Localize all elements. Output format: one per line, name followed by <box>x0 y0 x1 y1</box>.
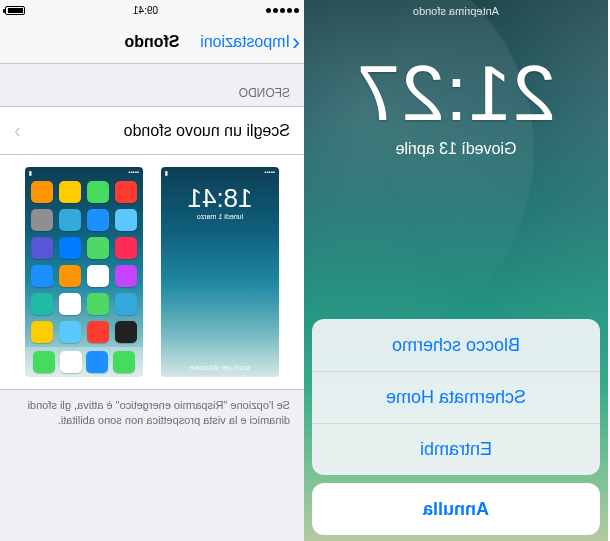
app-icon <box>115 293 137 315</box>
chevron-right-icon: › <box>14 119 21 142</box>
back-button[interactable]: ‹ Impostazioni <box>200 30 304 54</box>
dock-app-icon <box>113 351 135 373</box>
section-header: SFONDO <box>0 64 304 106</box>
app-icon <box>59 321 81 343</box>
app-icon <box>87 209 109 231</box>
app-icon <box>59 265 81 287</box>
app-icon <box>87 265 109 287</box>
app-icon <box>31 265 53 287</box>
app-icon <box>87 321 109 343</box>
app-icon <box>59 209 81 231</box>
app-icon <box>115 265 137 287</box>
footer-note: Se l'opzione "Risparmio energetico" è at… <box>0 390 304 436</box>
app-icon <box>31 293 53 315</box>
signal-icon <box>266 8 299 13</box>
app-icon <box>31 321 53 343</box>
choose-wallpaper-row[interactable]: Scegli un nuovo sfondo › <box>0 106 304 155</box>
app-icon <box>115 237 137 259</box>
preview-label: Anteprima sfondo <box>304 5 608 17</box>
dock-app-icon <box>60 351 82 373</box>
status-time: 09:41 <box>133 5 158 16</box>
app-icon <box>87 293 109 315</box>
action-sheet: Blocco schermo Schermata Home Entrambi A… <box>312 319 600 535</box>
app-icon <box>31 181 53 203</box>
wallpaper-set-preview: Anteprima sfondo 21:27 Giovedì 13 aprile… <box>304 0 608 541</box>
dock-app-icon <box>86 351 108 373</box>
set-both-button[interactable]: Entrambi <box>312 423 600 475</box>
cancel-button[interactable]: Annulla <box>312 483 600 535</box>
app-icon <box>31 209 53 231</box>
preview-lock-slide: scorri per sbloccare <box>161 364 279 371</box>
preview-lock-time: 18:41 <box>161 183 279 214</box>
home-screen-preview[interactable]: •••••▮ <box>25 167 143 377</box>
chevron-left-icon: ‹ <box>292 30 300 54</box>
lock-clock: 21:27 <box>304 48 608 139</box>
wallpaper-previews: •••••▮ 18:41 lunedì 1 marzo scorri per s… <box>0 155 304 390</box>
choose-wallpaper-label: Scegli un nuovo sfondo <box>124 122 290 140</box>
app-icon <box>115 209 137 231</box>
back-label: Impostazioni <box>200 33 290 51</box>
preview-lock-date: lunedì 1 marzo <box>161 213 279 220</box>
nav-bar: ‹ Impostazioni Sfondo <box>0 20 304 64</box>
lock-screen-preview[interactable]: •••••▮ 18:41 lunedì 1 marzo scorri per s… <box>161 167 279 377</box>
app-icon <box>115 321 137 343</box>
settings-wallpaper-screen: 09:41 ‹ Impostazioni Sfondo SFONDO Scegl… <box>0 0 304 541</box>
dock-app-icon <box>33 351 55 373</box>
app-icon <box>115 181 137 203</box>
lock-date: Giovedì 13 aprile <box>304 140 608 158</box>
status-bar: 09:41 <box>0 0 304 20</box>
app-icon <box>87 237 109 259</box>
app-icon <box>59 293 81 315</box>
app-icon <box>59 237 81 259</box>
set-home-screen-button[interactable]: Schermata Home <box>312 371 600 423</box>
app-icon <box>31 237 53 259</box>
battery-icon <box>5 6 25 15</box>
app-icon <box>87 181 109 203</box>
app-icon <box>59 181 81 203</box>
set-lock-screen-button[interactable]: Blocco schermo <box>312 319 600 371</box>
